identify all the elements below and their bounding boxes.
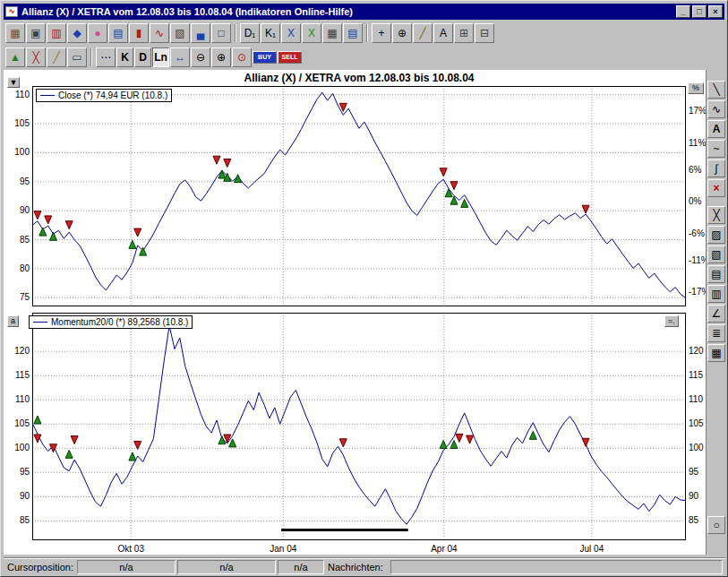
signal-system-button[interactable]: X: [302, 23, 321, 43]
title-bar[interactable]: ∿ Allianz (X) / XETRA vom 12.08.03 bis 1…: [4, 4, 724, 20]
price-type-button[interactable]: ▥: [47, 23, 66, 43]
y-axis-tick-label: 90: [4, 205, 30, 215]
frame-icon: ▭: [72, 52, 81, 63]
curve-tool[interactable]: ∫: [707, 159, 725, 177]
angle-tool[interactable]: ∠: [707, 305, 725, 323]
edit-pencil-button[interactable]: ╱: [47, 47, 66, 67]
quote-table-button[interactable]: ▦: [322, 23, 342, 43]
y-axis-tick-label: 85: [4, 235, 30, 245]
momentum-param-button[interactable]: a: [7, 315, 19, 327]
windows-button[interactable]: □: [211, 23, 231, 43]
price-chart-plot[interactable]: [32, 86, 686, 306]
text-tool[interactable]: A: [707, 120, 725, 138]
eraser-tool-icon: ▨: [711, 228, 721, 241]
zoom-in-button[interactable]: ⊕: [211, 47, 231, 67]
clear-signals-button[interactable]: ╳: [26, 47, 46, 67]
momentum-chart-plot[interactable]: [32, 313, 686, 540]
line-style-button[interactable]: ⋯: [96, 47, 116, 67]
chart-main-title: Allianz (X) / XETRA vom 12.08.03 bis 10.…: [32, 72, 686, 84]
y-axis-tick-label: 110: [4, 394, 30, 404]
daily-mode-button[interactable]: D: [134, 47, 151, 67]
grid-pattern-tool[interactable]: ▦: [707, 344, 725, 362]
layout-icon: ⊞: [459, 28, 468, 39]
copy-chart-button[interactable]: ▣: [26, 23, 46, 43]
minimize-button[interactable]: _: [676, 5, 690, 18]
line-study-button[interactable]: ∿: [150, 23, 169, 43]
circle-tool[interactable]: ○: [707, 516, 725, 534]
y-axis-tick-label: 95: [4, 467, 30, 477]
trend-line-tool[interactable]: ╲: [707, 81, 725, 99]
zoom-out-button[interactable]: ⊖: [191, 47, 210, 67]
analysis-button[interactable]: ▤: [108, 23, 128, 43]
mountain-chart-button[interactable]: ▲: [5, 47, 25, 67]
line-style-icon: ⋯: [100, 52, 111, 63]
maximize-button[interactable]: □: [692, 5, 707, 18]
toolbar-separator: [366, 24, 368, 42]
chart-settings-button[interactable]: ▦: [5, 23, 25, 43]
percent-axis-button[interactable]: %: [688, 82, 704, 94]
hatch-horizontal-tool[interactable]: ▤: [707, 265, 725, 283]
text-note-button[interactable]: A: [433, 23, 453, 43]
collapse-pane-button[interactable]: ▼: [7, 77, 20, 88]
fit-axis-button[interactable]: ↔: [170, 47, 190, 67]
y-axis-tick-label: 75: [4, 292, 30, 302]
price-legend[interactable]: Close (*) 74,94 EUR (10.8.): [36, 89, 172, 102]
eraser-tool[interactable]: ▨: [707, 226, 725, 244]
channel-tool[interactable]: ╳: [707, 206, 725, 224]
draw-line-icon: ╱: [419, 28, 425, 39]
grid-button[interactable]: ⊟: [475, 23, 494, 43]
data-table-button[interactable]: ▤: [343, 23, 363, 43]
chart-toolbar: ▲╳╱▭⋯KDLn↔⊖⊕⊙BUYSELL: [4, 46, 724, 68]
hatch-vertical-tool-icon: ▥: [711, 288, 721, 300]
x-axis-tick-label: Apr 04: [417, 544, 471, 554]
copy-chart-icon: ▣: [30, 28, 40, 39]
indicator-button[interactable]: X: [281, 23, 301, 43]
save-layout-button[interactable]: ▄: [191, 23, 210, 43]
y-axis-tick-label: 100: [4, 443, 30, 452]
quote-search-button[interactable]: ●: [88, 23, 107, 43]
signal-system-icon: X: [308, 28, 315, 39]
hatch-diagonal-tool[interactable]: ▧: [707, 245, 725, 263]
zigzag-tool[interactable]: ∿: [707, 100, 725, 118]
sell-marker-button[interactable]: SELL: [278, 51, 302, 64]
log-scale-button[interactable]: Ln: [152, 47, 169, 67]
weekly-interval-button[interactable]: K₁: [261, 23, 280, 43]
circle-tool-icon: ○: [713, 519, 719, 531]
line-study-icon: ∿: [155, 28, 164, 39]
hatch-diagonal-tool-icon: ▧: [711, 248, 721, 261]
compare-button[interactable]: ◆: [67, 23, 87, 43]
wave-tool[interactable]: ~: [707, 140, 725, 158]
parallel-lines-tool-icon: ≣: [712, 327, 721, 340]
delete-drawing-tool[interactable]: ×: [707, 179, 725, 197]
momentum-legend[interactable]: Momentum20/0 (*) 89,2568 (10.8.): [29, 315, 193, 329]
messages-field: [390, 560, 723, 574]
report-button[interactable]: ▧: [170, 23, 190, 43]
zoom-range-button[interactable]: ⊙: [232, 47, 252, 67]
frame-button[interactable]: ▭: [67, 47, 87, 67]
app-window: ∿ Allianz (X) / XETRA vom 12.08.03 bis 1…: [0, 0, 728, 577]
cursor-position-label: Cursorposition:: [7, 562, 73, 573]
daily-interval-button[interactable]: D₁: [240, 23, 260, 43]
crosshair-button[interactable]: +: [372, 23, 391, 43]
layout-button[interactable]: ⊞: [454, 23, 474, 43]
draw-line-button[interactable]: ╱: [413, 23, 433, 43]
momentum-legend-label: Momentum20/0 (*) 89,2568 (10.8.): [51, 317, 188, 327]
buy-marker-button[interactable]: BUY: [253, 51, 277, 64]
toolbar-separator: [235, 24, 236, 42]
chart-settings-icon: ▦: [10, 28, 20, 39]
sell-marker-icon: SELL: [282, 54, 298, 60]
quote-table-icon: ▦: [327, 28, 337, 39]
move-chart-button[interactable]: ⊕: [392, 23, 412, 43]
indicator-icon: X: [287, 28, 295, 39]
histogram-button[interactable]: ▮: [129, 23, 149, 43]
hatch-vertical-tool[interactable]: ▥: [707, 285, 725, 303]
close-line-sample-icon: [40, 95, 55, 96]
trend-line-tool-icon: ╲: [713, 83, 719, 96]
close-button[interactable]: ×: [708, 5, 723, 18]
y-axis-tick-label: 85: [4, 515, 30, 525]
momentum-scale-button[interactable]: =.: [664, 315, 679, 327]
data-table-icon: ▤: [347, 28, 357, 39]
parallel-lines-tool[interactable]: ≣: [707, 324, 725, 342]
cursor-value-field: n/a: [278, 560, 324, 574]
candle-mode-button[interactable]: K: [116, 47, 133, 67]
